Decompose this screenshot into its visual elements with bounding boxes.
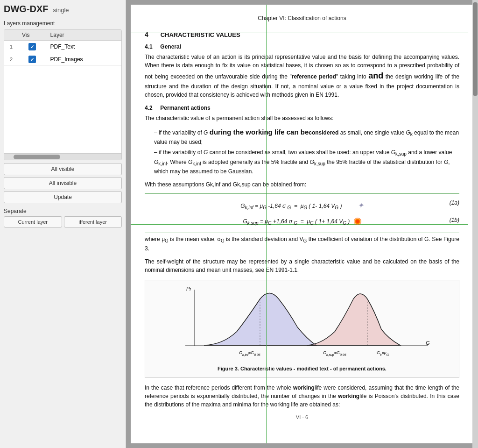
characteristic-list: – if the variability of G during the wor… (154, 127, 459, 176)
page-number: VI - 6 (145, 413, 459, 421)
layers-management-label: Layers management (4, 20, 122, 27)
col-layer-header: Layer (47, 30, 121, 41)
figure-chart-svg: Pr G Gk,inf=G0.05 Gk,sup=G0.95 Gk=μG (150, 285, 454, 360)
vis-checkbox[interactable] (28, 56, 36, 63)
layer-name-cell: PDF_Text (47, 41, 121, 53)
layers-scrollbar-thumb (14, 155, 60, 159)
crosshair-icon: ✦ (358, 201, 364, 209)
vis-cell[interactable] (18, 41, 47, 53)
all-visible-button[interactable]: All visible (4, 163, 122, 175)
all-invisible-button[interactable]: All invisible (4, 177, 122, 189)
app-title-bar: DWG-DXF single (4, 4, 122, 14)
para1: The characteristic value of an action is… (145, 53, 459, 99)
para2: The characteristic value of a permanent … (145, 114, 459, 122)
svg-text:Gk,inf=G0.05: Gk,inf=G0.05 (239, 350, 260, 356)
section4-heading: 4 CHARACTERISTIC VALUES (145, 30, 459, 40)
eq1a-num: (1a) (450, 199, 459, 207)
separate-label: Separate (4, 208, 122, 214)
section42-num: 4.2 (145, 104, 159, 112)
separate-buttons: Current layer ifferent layer (4, 216, 122, 228)
col-vis-header: Vis (18, 30, 47, 41)
assumptions-text: With these assumptions Gk,inf and Gk,sup… (145, 180, 459, 189)
eq1a-text: Gk,inf = μG -1,64 σ G = μG ( 1- 1,64 VG … (240, 203, 344, 209)
current-layer-button[interactable]: Current layer (4, 216, 62, 228)
app-title-main: DWG-DXF (4, 4, 49, 14)
figure-3: Pr G Gk,inf=G0.05 Gk,sup=G0.95 Gk=μG Fig… (145, 280, 459, 378)
chapter-title: Chapter VI: Classification of actions (145, 14, 459, 22)
section41-heading: 4.1 General (145, 43, 459, 51)
layer-name-cell: PDF_Images (47, 53, 121, 66)
update-button[interactable]: Update (4, 191, 122, 203)
equation-1b: Gk,sup = μG +1,64 σ G = μG ( 1+ 1,64 VG … (145, 216, 459, 228)
table-header-row: Vis Layer (4, 30, 121, 41)
equations-section: Gk,inf = μG -1,64 σ G = μG ( 1- 1,64 VG … (145, 193, 459, 233)
vis-cell[interactable] (18, 53, 47, 65)
list-item-2: – if the variability of G cannot be cons… (154, 148, 459, 176)
section4-num: 4 (145, 30, 159, 40)
table-row[interactable]: 1PDF_Text (4, 41, 121, 53)
app-title-mode: single (53, 7, 69, 14)
para5: In the case that reference periods diffe… (145, 384, 459, 409)
section41-num: 4.1 (145, 43, 159, 51)
para4: The self-weight of the structure may be … (145, 257, 459, 274)
different-layer-button[interactable]: ifferent layer (64, 216, 122, 228)
svg-text:G: G (426, 340, 430, 346)
col-num-header (4, 30, 18, 41)
section41-title: General (160, 43, 181, 50)
para3: where μG is the mean value, σG is the st… (145, 235, 459, 253)
vis-checkbox[interactable] (28, 43, 36, 50)
target-icon (354, 218, 361, 225)
eq1b-text: Gk,sup = μG +1,64 σ G = μG ( 1+ 1,64 VG … (243, 218, 351, 225)
table-row[interactable]: 2PDF_Images (4, 53, 121, 66)
equation-1a: Gk,inf = μG -1,64 σ G = μG ( 1- 1,64 VG … (145, 199, 459, 213)
svg-text:Gk=μG: Gk=μG (377, 350, 389, 356)
action-buttons: All visible All invisible Update (4, 163, 122, 205)
svg-text:Pr: Pr (186, 286, 192, 292)
svg-text:Gk,sup=G0.95: Gk,sup=G0.95 (323, 350, 346, 357)
row-num: 1 (4, 41, 18, 53)
left-panel: DWG-DXF single Layers management Vis Lay… (0, 0, 126, 448)
layers-scrollbar[interactable] (4, 153, 121, 160)
right-panel: Chapter VI: Classification of actions 4 … (126, 0, 478, 448)
section42-heading: 4.2 Permanent actions (145, 104, 459, 112)
section4-title: CHARACTERISTIC VALUES (161, 31, 240, 38)
list-item-1: – if the variability of G during the wor… (154, 127, 459, 146)
layers-table: Vis Layer 1PDF_Text2PDF_Images (4, 30, 121, 66)
scrollbar-thumb (473, 2, 478, 96)
section42-title: Permanent actions (160, 105, 210, 111)
vertical-scrollbar[interactable] (472, 0, 478, 448)
figure-caption: Figure 3. Characteristic values - modifi… (150, 365, 454, 373)
row-num: 2 (4, 53, 18, 66)
document-page[interactable]: Chapter VI: Classification of actions 4 … (131, 5, 473, 443)
eq1b-num: (1b) (450, 216, 459, 224)
layers-table-wrapper: Vis Layer 1PDF_Text2PDF_Images (4, 29, 122, 160)
